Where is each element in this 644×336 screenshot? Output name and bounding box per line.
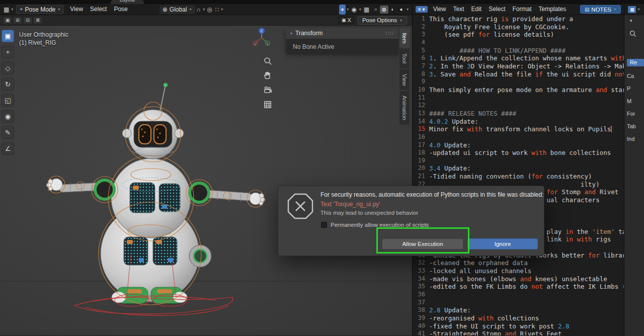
right-panel-item-tab[interactable]: Tab — [627, 123, 644, 129]
code-line-19[interactable] — [429, 157, 624, 165]
code-line-34[interactable]: -made vis bones (elbows and knees) unsel… — [429, 275, 624, 283]
code-area[interactable]: 1234567891011121314151617181920212223242… — [413, 15, 624, 335]
pan-hand-icon[interactable] — [262, 69, 274, 81]
shading-rendered-icon[interactable]: ● — [397, 6, 406, 14]
menu-select[interactable]: Select — [87, 4, 110, 15]
editor-type-icon[interactable]: ▦ — [2, 5, 11, 15]
menu-templates[interactable]: Templates — [535, 4, 570, 15]
code-line-39[interactable]: -reorganised with collections — [429, 314, 624, 322]
xray-toggle-icon[interactable]: ▦ — [362, 5, 371, 15]
text-editor-type-icon[interactable]: ≡ ▾ — [416, 6, 428, 13]
transform-panel-header[interactable]: ▾ Transform ∷∷ — [286, 28, 398, 39]
ignore-button[interactable]: Ignore — [467, 238, 538, 249]
menu-select[interactable]: Select — [485, 4, 509, 15]
mode-select[interactable]: ⌖ Pose Mode ▾ — [16, 5, 64, 14]
code-line-15[interactable]: Minor fix with transform channel locks o… — [429, 125, 624, 133]
select-extend-icon[interactable]: ⊞ — [13, 17, 22, 24]
menu-format[interactable]: Format — [509, 4, 535, 15]
mirror-x-toggle[interactable]: ▣ X — [338, 16, 355, 24]
tab-tool[interactable]: Tool — [399, 49, 410, 68]
code-line-5[interactable]: #### HOW TO LINK/APPEND #### — [429, 47, 624, 55]
right-panel-item-p[interactable]: P — [627, 86, 644, 92]
shading-solid-icon[interactable]: ◍ — [380, 6, 388, 14]
tool-transform[interactable]: ◉ — [2, 110, 14, 123]
workspace-tab-layout[interactable]: Layout — [111, 0, 144, 4]
code-line-32[interactable]: -cleaned the orphaned data — [429, 259, 624, 267]
code-line-8[interactable]: 3. Save and Reload the file if the ui sc… — [429, 70, 624, 78]
code-line-21[interactable]: -Tidied naming convention (for consisten… — [429, 173, 624, 181]
shading-wireframe-icon[interactable]: ○ — [371, 6, 380, 14]
panel-grip-icon[interactable]: ∷∷ — [385, 30, 394, 37]
code-line-14[interactable]: 4.0.2 Update: — [429, 118, 624, 126]
tab-item[interactable]: Item — [399, 28, 410, 48]
code-line-37[interactable] — [429, 299, 624, 307]
code-line-10[interactable]: Then simply enter pose mode on the armat… — [429, 86, 624, 94]
code-line-18[interactable]: -updated ui script to work with bone col… — [429, 149, 624, 157]
select-set-icon[interactable]: ▣ — [3, 17, 12, 24]
code-line-12[interactable] — [429, 102, 624, 110]
tab-view[interactable]: View — [399, 69, 410, 91]
shading-material-preview-icon[interactable]: ◐ — [388, 6, 397, 14]
collapse-arrow-icon[interactable]: ▾ — [627, 18, 632, 23]
code-line-13[interactable]: #### RELEASE NOTES #### — [429, 110, 624, 118]
right-panel-item-for[interactable]: For — [627, 111, 644, 117]
code-line-9[interactable] — [429, 78, 624, 86]
code-line-11[interactable] — [429, 94, 624, 102]
select-subtract-icon[interactable]: ⊟ — [23, 17, 32, 24]
tool-measure[interactable]: ∠ — [2, 142, 14, 155]
orientation-select[interactable]: ⊕ Global ▾ — [159, 5, 195, 14]
tool-cursor[interactable]: + — [2, 46, 14, 58]
right-panel-item-m[interactable]: M — [627, 98, 644, 104]
camera-view-icon[interactable] — [262, 84, 274, 96]
menu-pose[interactable]: Pose — [110, 4, 131, 15]
tool-rotate[interactable]: ↻ — [2, 78, 14, 91]
code-line-35[interactable]: -edited so the FK Limbs do not affect th… — [429, 283, 624, 291]
overlays-toggle-icon[interactable]: ◉ — [350, 5, 358, 15]
code-line-20[interactable]: 3.4 Update: — [429, 164, 624, 173]
permanently-allow-checkbox[interactable] — [321, 222, 327, 228]
code-line-2[interactable]: Royalty Free license by CGCookie. — [429, 23, 624, 31]
allow-execution-button[interactable]: Allow Execution — [382, 238, 463, 249]
menu-view[interactable]: View — [66, 4, 87, 15]
code-line-6[interactable]: 1. Link/Append the collection whose name… — [429, 54, 624, 62]
code-line-16[interactable] — [429, 133, 624, 141]
editor-type-icon[interactable]: ▦ — [628, 6, 636, 13]
code-line-1[interactable]: This character rig is provided under a — [429, 15, 624, 23]
search-icon[interactable] — [627, 30, 636, 39]
code-line-4[interactable] — [429, 39, 624, 47]
tool-scale[interactable]: ◱ — [2, 94, 14, 107]
options-grid-icon[interactable]: ∷ — [214, 5, 221, 15]
navigation-axis-gizmo[interactable]: Z y x — [251, 27, 273, 49]
tool-annotate[interactable]: ✎ — [2, 126, 14, 139]
tool-move[interactable]: ◇ — [2, 62, 14, 74]
code-text[interactable]: This character rig is provided under a R… — [428, 15, 624, 335]
code-line-3[interactable]: (see pdf for license details) — [429, 31, 624, 39]
viewport-editor: ▦▾ ⌖ Pose Mode ▾ ViewSelectPose ⊕ Global… — [0, 4, 412, 336]
menu-view[interactable]: View — [430, 4, 450, 15]
code-line-33[interactable]: -locked all unused channels — [429, 267, 624, 275]
code-line-7[interactable]: 2. In the 3D View Header: Object -> Rela… — [429, 62, 624, 70]
code-line-17[interactable]: 4.0 Update: — [429, 141, 624, 149]
code-line-41[interactable]: -Straightened Stomp and Rivets Feet — [429, 330, 624, 335]
right-panel-item-re[interactable]: Re — [627, 59, 644, 66]
text-datablock-selector[interactable]: ▤ NOTES ▾ — [580, 5, 621, 14]
code-line-40[interactable]: -fixed the UI script to work post 2.8 — [429, 322, 624, 330]
grid-toggle-icon[interactable] — [262, 99, 274, 111]
zoom-icon[interactable] — [262, 55, 274, 67]
snap-magnet-icon[interactable]: ∩ — [195, 5, 203, 15]
code-line-38[interactable]: 2.8 Update: — [429, 306, 624, 314]
right-panel-item-ca[interactable]: Ca — [627, 73, 644, 79]
tool-tweak-select[interactable]: ▣ — [2, 30, 14, 42]
3d-viewport[interactable]: User Orthographic (1) Rivet_RIG ▣+◇↻◱◉✎∠… — [0, 26, 412, 335]
menu-edit[interactable]: Edit — [467, 4, 485, 15]
select-invert-icon[interactable]: ⊠ — [33, 17, 42, 24]
tab-animation[interactable]: Animation — [399, 91, 410, 125]
right-panel-header: ▦ ▾ — [624, 4, 644, 15]
right-panel-item-ind[interactable]: Ind — [627, 136, 644, 142]
menu-text[interactable]: Text — [449, 4, 467, 15]
axis-y-label: y — [254, 42, 256, 46]
pose-options-dropdown[interactable]: Pose Options ▾ — [358, 16, 407, 25]
gizmo-toggle-icon[interactable]: ⌖ — [339, 5, 346, 15]
proportional-edit-icon[interactable]: ◎ — [205, 5, 213, 15]
code-line-36[interactable] — [429, 291, 624, 299]
